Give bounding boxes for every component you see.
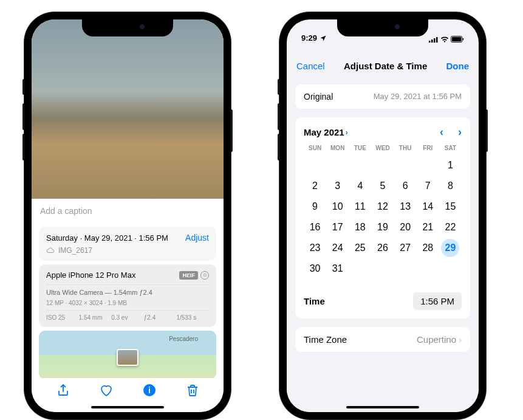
calendar-weekday: MON <box>326 145 349 151</box>
power-button <box>486 109 488 152</box>
calendar-next-button[interactable]: › <box>458 126 462 139</box>
calendar-day[interactable]: 21 <box>417 218 439 236</box>
calendar-day[interactable]: 25 <box>349 239 371 257</box>
calendar-day[interactable]: 28 <box>417 239 439 257</box>
calendar-day[interactable]: 3 <box>326 177 349 195</box>
calendar-days-grid: ......1234567891011121314151617181920212… <box>304 156 462 278</box>
calendar-weekday: TUE <box>349 145 371 151</box>
exif-iso: ISO 25 <box>46 314 79 321</box>
info-icon[interactable]: i <box>142 383 157 398</box>
calendar-day[interactable]: 6 <box>394 177 417 195</box>
phone-left: Add a caption Saturday · May 29, 2021 · … <box>24 12 231 419</box>
calendar-prev-button[interactable]: ‹ <box>440 126 443 139</box>
calendar-day[interactable]: 30 <box>304 260 326 278</box>
chevron-right-icon: › <box>459 334 462 345</box>
photo-date-text: Saturday · May 29, 2021 · 1:56 PM <box>46 233 168 243</box>
svg-rect-4 <box>434 38 436 43</box>
screen-right: 9:29 Cancel Adjust Date & Time Done Orig… <box>287 19 479 412</box>
calendar-day[interactable]: 31 <box>326 260 349 278</box>
calendar-day[interactable]: 1 <box>439 156 462 174</box>
camera-lens-label: Ultra Wide Camera — 1.54mm ƒ2.4 <box>46 285 209 300</box>
calendar-day[interactable]: 11 <box>349 198 371 216</box>
timezone-label: Time Zone <box>304 334 347 345</box>
calendar-day[interactable]: 19 <box>371 218 394 236</box>
calendar-day[interactable]: 29 <box>439 239 462 257</box>
done-button[interactable]: Done <box>446 61 469 71</box>
map-photo-thumbnail[interactable] <box>117 349 138 366</box>
adjust-button[interactable]: Adjust <box>185 233 209 243</box>
map-location-label: Pescadero <box>169 336 198 342</box>
svg-rect-7 <box>452 37 462 41</box>
original-date-row: Original May 29, 2021 at 1:56 PM <box>295 84 470 109</box>
image-filename: IMG_2617 <box>58 246 92 255</box>
bottom-toolbar: i <box>32 378 224 402</box>
timezone-row[interactable]: Time Zone Cupertino › <box>295 327 470 352</box>
battery-icon <box>451 36 464 43</box>
calendar-day[interactable]: 8 <box>439 177 462 195</box>
original-value: May 29, 2021 at 1:56 PM <box>374 92 462 102</box>
cloud-icon <box>46 247 55 253</box>
home-indicator[interactable] <box>91 406 164 408</box>
screen-left: Add a caption Saturday · May 29, 2021 · … <box>32 19 224 412</box>
original-label: Original <box>304 92 333 102</box>
calendar-weekday: THU <box>394 145 417 151</box>
device-name-label: Apple iPhone 12 Pro Max <box>46 270 135 280</box>
calendar-month-button[interactable]: May 2021 › <box>304 127 348 137</box>
caption-input[interactable]: Add a caption <box>32 199 224 223</box>
calendar-day[interactable]: 17 <box>326 218 349 236</box>
mute-switch <box>22 79 24 95</box>
calendar-day[interactable]: 10 <box>326 198 349 216</box>
calendar-day[interactable]: 5 <box>371 177 394 195</box>
calendar-day[interactable]: 26 <box>371 239 394 257</box>
svg-rect-3 <box>431 40 433 43</box>
device-info-card: Apple iPhone 12 Pro Max HEIF ⊙ Ultra Wid… <box>39 264 216 327</box>
trash-icon[interactable] <box>185 383 200 398</box>
power-button <box>231 109 233 152</box>
calendar-day[interactable]: 24 <box>326 239 349 257</box>
svg-rect-2 <box>429 41 431 43</box>
calendar-day[interactable]: 9 <box>304 198 326 216</box>
signal-icon <box>429 36 439 43</box>
calendar-day[interactable]: 15 <box>439 198 462 216</box>
adjust-date-modal: Cancel Adjust Date & Time Done Original … <box>287 52 479 412</box>
format-badge: HEIF <box>179 271 198 280</box>
modal-title: Adjust Date & Time <box>344 61 427 71</box>
calendar-day[interactable]: 2 <box>304 177 326 195</box>
calendar-weekday-row: SUNMONTUEWEDTHUFRISAT <box>304 145 462 151</box>
svg-rect-8 <box>463 38 463 41</box>
favorite-icon[interactable] <box>99 383 114 398</box>
calendar-day[interactable]: 7 <box>417 177 439 195</box>
time-picker-button[interactable]: 1:56 PM <box>413 292 462 310</box>
calendar-day[interactable]: 23 <box>304 239 326 257</box>
calendar-day[interactable]: 18 <box>349 218 371 236</box>
metadata-icon[interactable]: ⊙ <box>200 271 209 280</box>
home-indicator[interactable] <box>346 406 419 408</box>
photo-preview[interactable] <box>32 19 224 199</box>
location-icon <box>320 35 327 42</box>
calendar-day[interactable]: 12 <box>371 198 394 216</box>
chevron-right-icon: › <box>346 128 348 137</box>
volume-up-button <box>278 103 279 130</box>
calendar-weekday: SAT <box>439 145 462 151</box>
location-map[interactable]: Pescadero <box>39 331 216 379</box>
calendar-day[interactable]: 20 <box>394 218 417 236</box>
calendar-weekday: SUN <box>304 145 326 151</box>
calendar-day[interactable]: 22 <box>439 218 462 236</box>
calendar-day[interactable]: 27 <box>394 239 417 257</box>
calendar-day[interactable]: 4 <box>349 177 371 195</box>
calendar-day[interactable]: 13 <box>394 198 417 216</box>
cancel-button[interactable]: Cancel <box>296 61 325 71</box>
calendar-day[interactable]: 14 <box>417 198 439 216</box>
volume-down-button <box>22 134 24 160</box>
calendar-card: May 2021 › ‹ › SUNMONTUEWEDTHUFRISAT ...… <box>295 117 470 318</box>
svg-text:i: i <box>148 385 151 395</box>
image-name-row: IMG_2617 <box>46 246 209 255</box>
modal-header: Cancel Adjust Date & Time Done <box>287 52 479 80</box>
exif-ev: 0.3 ev <box>111 314 144 321</box>
mute-switch <box>278 79 279 95</box>
exif-aperture: ƒ2.4 <box>144 314 177 321</box>
svg-rect-5 <box>436 37 438 43</box>
calendar-day[interactable]: 16 <box>304 218 326 236</box>
camera-specs-label: 12 MP · 4032 × 3024 · 1.9 MB <box>46 300 209 311</box>
share-icon[interactable] <box>56 383 70 398</box>
